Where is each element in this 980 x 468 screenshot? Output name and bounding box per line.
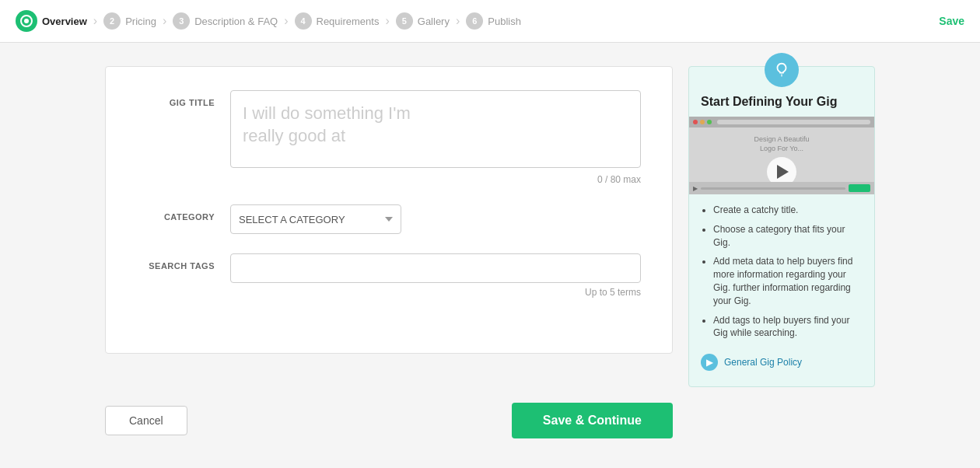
publish-step-circle: 6 [466,12,483,30]
gallery-step-circle: 5 [396,12,413,30]
gig-title-label: GIG TITLE [137,90,230,107]
nav-step-requirements-label: Requirements [317,16,380,27]
nav-step-overview[interactable]: Overview [16,10,87,32]
nav-step-gallery[interactable]: 5 Gallery [396,12,450,30]
gig-title-row: GIG TITLE 0 / 80 max [137,90,641,185]
breadcrumb-steps: Overview › 2 Pricing › 3 Description & F… [16,10,939,32]
tip-1: Create a catchy title. [713,204,863,217]
nav-sep-3: › [284,14,288,28]
nav-step-overview-label: Overview [42,16,87,27]
category-field: SELECT A CATEGORY Graphics & Design Digi… [230,204,641,234]
search-tags-input[interactable] [230,253,641,283]
sidebar-video-thumbnail[interactable]: Design A BeautifuLogo For Yo... ▶ [689,117,874,194]
nav-step-description[interactable]: 3 Description & FAQ [173,12,278,30]
category-select[interactable]: SELECT A CATEGORY Graphics & Design Digi… [230,204,401,234]
lightbulb-icon [765,53,799,87]
description-step-circle: 3 [173,12,190,30]
nav-step-gallery-label: Gallery [418,16,450,27]
tags-hint: Up to 5 terms [230,287,641,298]
form-card: GIG TITLE 0 / 80 max CATEGORY SELECT A C… [105,66,673,354]
sidebar-title: Start Defining Your Gig [689,95,874,117]
category-row: CATEGORY SELECT A CATEGORY Graphics & De… [137,204,641,234]
actions-inner: Cancel Save & Continue [105,403,673,438]
gig-title-field: 0 / 80 max [230,90,641,185]
nav-step-description-label: Description & FAQ [194,16,278,27]
tip-3: Add meta data to help buyers find more i… [713,255,863,307]
nav-step-publish[interactable]: 6 Publish [466,12,521,30]
tip-2: Choose a category that fits your Gig. [713,223,863,250]
search-tags-field: Up to 5 terms [230,253,641,298]
nav-step-pricing[interactable]: 2 Pricing [103,12,156,30]
nav-step-requirements[interactable]: 4 Requirements [295,12,380,30]
video-background: Design A BeautifuLogo For Yo... ▶ [689,117,874,194]
search-tags-label: SEARCH TAGS [137,253,230,271]
tip-4: Add tags to help buyers find your Gig wh… [713,314,863,341]
nav-step-pricing-label: Pricing [125,16,156,27]
sidebar-card: Start Defining Your Gig Design A Beautif [688,66,875,387]
requirements-step-circle: 4 [295,12,312,30]
sidebar-policy: ▶ General Gig Policy [689,346,874,371]
policy-video-icon: ▶ [701,354,718,371]
char-count: 0 / 80 max [230,174,641,185]
save-continue-button[interactable]: Save & Continue [512,403,673,438]
nav-sep-2: › [163,14,166,28]
sidebar-tips: Create a catchy title. Choose a category… [689,204,874,340]
nav-sep-5: › [456,14,460,28]
save-link[interactable]: Save [939,15,964,27]
main-content: GIG TITLE 0 / 80 max CATEGORY SELECT A C… [0,43,980,387]
sidebar-icon-wrap [689,53,874,87]
category-label: CATEGORY [137,204,230,222]
gig-title-input[interactable] [230,90,641,168]
actions-row: Cancel Save & Continue [0,387,980,454]
general-gig-policy-link[interactable]: General Gig Policy [724,357,802,368]
sidebar-spacer [688,403,875,438]
svg-point-1 [24,19,29,23]
nav-sep-1: › [93,14,97,28]
top-navigation: Overview › 2 Pricing › 3 Description & F… [0,0,980,43]
search-tags-row: SEARCH TAGS Up to 5 terms [137,253,641,298]
cancel-button[interactable]: Cancel [105,406,187,435]
overview-logo-icon [16,10,37,32]
nav-step-publish-label: Publish [488,16,521,27]
nav-sep-4: › [385,14,389,28]
pricing-step-circle: 2 [103,12,121,30]
